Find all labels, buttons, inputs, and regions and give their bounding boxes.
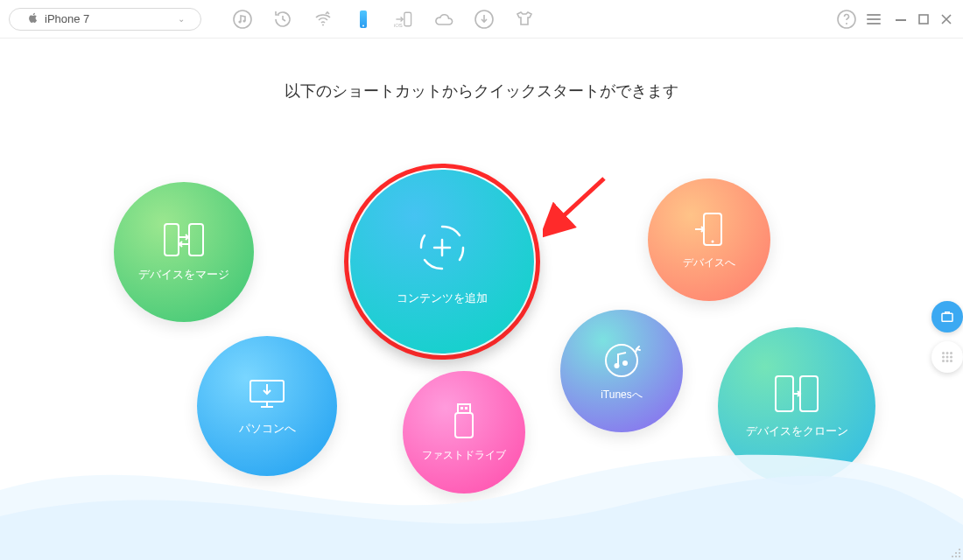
svg-point-30 <box>946 352 949 354</box>
menu-button[interactable] <box>867 14 881 24</box>
svg-rect-17 <box>455 413 473 438</box>
device-name: iPhone 7 <box>45 12 89 25</box>
svg-rect-12 <box>919 15 928 24</box>
help-button[interactable] <box>826 2 867 37</box>
content-area: 以下のショートカットからクイックスタートができます デバイスをマージ パソコンへ <box>0 38 963 560</box>
svg-line-27 <box>559 178 604 220</box>
shortcut-label: iTunesへ <box>601 388 643 402</box>
window-close[interactable] <box>938 11 954 27</box>
rail-shortcuts-view[interactable] <box>931 301 963 332</box>
tab-to-ios[interactable]: iOS <box>383 2 424 37</box>
svg-rect-28 <box>942 313 952 321</box>
device-selector[interactable]: iPhone 7 ⌄ <box>9 8 201 31</box>
svg-point-38 <box>959 549 960 550</box>
svg-point-34 <box>950 356 952 359</box>
tab-music[interactable] <box>222 2 263 37</box>
svg-point-1 <box>238 20 241 23</box>
svg-point-0 <box>234 10 251 28</box>
svg-rect-13 <box>165 224 179 256</box>
svg-point-39 <box>955 552 957 554</box>
plus-circle-icon <box>411 217 473 278</box>
svg-point-31 <box>950 352 952 354</box>
svg-rect-25 <box>776 376 793 411</box>
window-controls <box>893 11 954 27</box>
merge-icon <box>162 221 206 258</box>
svg-rect-6 <box>404 12 411 25</box>
shortcut-label: コンテンツを追加 <box>397 290 488 306</box>
svg-point-21 <box>615 363 620 368</box>
svg-point-24 <box>712 240 714 242</box>
shortcut-label: パソコンへ <box>239 421 296 437</box>
svg-point-22 <box>622 360 628 366</box>
svg-point-2 <box>243 19 245 22</box>
clone-icon <box>772 373 821 415</box>
tab-icloud[interactable] <box>424 2 464 37</box>
usb-drive-icon <box>449 402 479 441</box>
shortcut-fast-drive[interactable]: ファストドライブ <box>403 371 525 494</box>
shortcut-label: ファストドライブ <box>422 448 506 463</box>
shortcut-add-content[interactable]: コンテンツを追加 <box>350 170 534 354</box>
side-rail <box>931 301 963 373</box>
shortcut-to-itunes[interactable]: iTunesへ <box>560 310 683 432</box>
resize-grip-icon[interactable] <box>949 546 961 558</box>
apple-icon <box>27 11 39 26</box>
shortcut-label: デバイスをマージ <box>138 267 229 283</box>
itunes-icon <box>601 340 642 381</box>
svg-point-5 <box>362 24 364 26</box>
svg-point-29 <box>942 352 945 354</box>
tab-phone[interactable] <box>343 2 383 37</box>
svg-rect-16 <box>458 404 470 413</box>
svg-point-3 <box>322 24 324 25</box>
svg-point-33 <box>946 356 949 359</box>
shortcut-to-pc[interactable]: パソコンへ <box>197 336 337 476</box>
tab-skins[interactable] <box>504 2 545 37</box>
svg-text:iOS: iOS <box>394 23 403 28</box>
svg-point-37 <box>950 360 952 362</box>
shortcut-to-device[interactable]: デバイスへ <box>648 178 770 301</box>
shortcut-label: デバイスをクローン <box>746 424 848 439</box>
svg-rect-26 <box>800 376 818 411</box>
tab-wifi-sync[interactable] <box>303 2 343 37</box>
chevron-down-icon: ⌄ <box>178 14 185 24</box>
shortcut-merge-devices[interactable]: デバイスをマージ <box>114 182 254 322</box>
rail-grid-view[interactable] <box>931 341 963 373</box>
shortcut-clone-device[interactable]: デバイスをクローン <box>718 327 875 485</box>
svg-point-35 <box>942 360 945 362</box>
shortcut-label: デバイスへ <box>683 256 735 270</box>
svg-rect-11 <box>896 19 906 21</box>
to-device-icon <box>693 210 725 248</box>
annotation-arrow-icon <box>543 170 613 243</box>
toolbar: iPhone 7 ⌄ iOS <box>0 0 963 38</box>
tab-history[interactable] <box>263 2 303 37</box>
svg-point-42 <box>955 556 957 557</box>
svg-point-36 <box>946 360 949 362</box>
tab-download[interactable] <box>464 2 504 37</box>
svg-point-43 <box>959 556 960 557</box>
svg-point-41 <box>952 556 953 557</box>
window-maximize[interactable] <box>916 11 931 27</box>
svg-point-40 <box>959 552 960 554</box>
svg-rect-18 <box>460 407 463 410</box>
svg-point-10 <box>846 23 847 24</box>
svg-point-32 <box>942 356 945 359</box>
page-title: 以下のショートカットからクイックスタートができます <box>0 38 963 102</box>
svg-rect-14 <box>189 224 203 256</box>
monitor-download-icon <box>245 375 289 412</box>
window-minimize[interactable] <box>893 11 909 27</box>
svg-point-20 <box>606 345 637 376</box>
svg-rect-19 <box>465 407 467 410</box>
